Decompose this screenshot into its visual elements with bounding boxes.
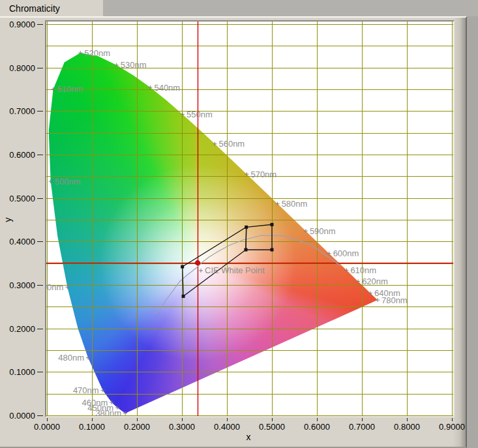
wavelength-tick-380nm [123,411,127,415]
y-axis-tick [37,24,43,25]
gamut-quad [183,227,246,296]
wavelength-tick-540nm [148,85,152,89]
wavelength-label-470nm: 470nm [73,385,99,395]
x-axis-tick [362,418,363,421]
white-point-label: CIE White Point [205,265,265,275]
chromaticity-window: Chromaticity 380nm450nm460nm470nm480nm49… [0,0,478,448]
x-axis-tick [452,418,453,421]
y-axis-tick-label: 0.4000 [4,237,35,246]
plot-overlay-svg: 380nm450nm460nm470nm480nm490nm500nm510nm… [46,22,453,416]
x-axis-tick [317,418,318,421]
y-axis-tick-label: 0.8000 [4,63,35,73]
wavelength-tick-520nm [78,51,82,55]
y-axis-tick [37,68,43,68]
wavelength-label-510nm: 510nm [57,84,83,94]
wavelength-tick-780nm [376,298,380,302]
wavelength-label-600nm: 600nm [333,248,359,258]
x-axis-tick [92,418,93,421]
x-axis-tick-label: 0.4000 [210,422,244,432]
x-axis-tick-label: 0.8000 [390,422,424,432]
y-axis-tick-label: 0.2000 [4,324,35,334]
y-axis-tick-label: 0.0000 [4,411,35,421]
x-axis-tick-label: 0.0000 [30,422,64,432]
wavelength-label-490nm: 490nm [46,282,63,292]
window-title-bar: Chromaticity [0,0,103,16]
wavelength-tick-620nm [356,279,360,283]
wavelength-label-550nm: 550nm [187,110,213,119]
wavelength-tick-490nm [65,285,69,289]
gamut-quad-vertex-marker [244,248,247,251]
wavelength-tick-570nm [245,172,248,176]
chromaticity-plot-frame: 380nm450nm460nm470nm480nm490nm500nm510nm… [45,20,455,417]
wavelength-tick-590nm [304,229,308,233]
x-axis-tick [137,418,138,421]
wavelength-tick-530nm [115,63,119,67]
wavelength-tick-550nm [181,112,185,116]
white-point-label-tick [199,269,203,273]
white-point-marker [196,260,200,265]
wavelength-tick-610nm [344,268,348,272]
wavelength-tick-480nm [86,356,90,360]
y-axis-tick [37,198,43,199]
x-axis-tick [47,418,48,421]
wavelength-label-460nm: 460nm [82,398,108,408]
x-axis-tick-label: 0.6000 [300,422,334,432]
gamut-quad-vertex-marker [271,223,274,226]
gamut-quad-vertex-marker [181,265,184,268]
x-axis-tick-label: 0.3000 [165,422,199,432]
y-axis-tick-label: 0.3000 [4,280,35,290]
x-axis-title: x [239,432,258,442]
gamut-quad-vertex-marker [245,226,248,229]
x-axis-tick [227,418,228,421]
wavelength-label-530nm: 530nm [121,60,147,70]
wavelength-label-540nm: 540nm [154,83,180,93]
x-axis-tick-label: 0.5000 [255,422,289,432]
gamut-quad [246,224,272,250]
x-axis-tick-label: 0.7000 [345,422,379,432]
y-axis-tick-label: 0.6000 [4,150,35,160]
wavelength-label-500nm: 500nm [55,177,81,187]
wavelength-label-610nm: 610nm [350,265,376,275]
y-axis-tick [37,372,43,372]
window-title: Chromaticity [0,0,103,17]
wavelength-label-620nm: 620nm [362,276,388,286]
wavelength-tick-470nm [101,388,105,392]
gamut-quad-vertex-marker [271,248,274,251]
wavelength-label-480nm: 480nm [58,353,84,363]
y-axis-tick [37,285,43,286]
x-axis-tick [182,418,183,421]
wavelength-label-580nm: 580nm [282,199,308,209]
x-axis-tick-label: 0.1000 [75,422,109,432]
y-axis-tick-label: 0.1000 [4,367,35,377]
wavelength-label-570nm: 570nm [250,170,276,179]
wavelength-tick-600nm [327,252,331,256]
wavelength-tick-560nm [213,142,217,146]
wavelength-tick-510nm [52,87,55,91]
x-axis-tick [407,418,408,421]
wavelength-label-560nm: 560nm [218,139,245,149]
wavelength-label-590nm: 590nm [310,226,336,236]
x-axis-tick [272,418,273,421]
y-axis-tick-label: 0.9000 [4,20,35,29]
panel-right-shading [453,18,466,447]
y-axis-tick [37,111,43,112]
x-axis-tick-label: 0.9000 [435,422,469,432]
gamut-quad-vertex-marker [182,295,185,298]
y-axis-tick-label: 0.5000 [4,194,35,203]
y-axis-tick [37,329,43,329]
y-axis-tick [37,415,43,416]
y-axis-tick [37,241,43,242]
y-axis-title: y [3,218,13,222]
window-right-edge [467,16,478,448]
wavelength-tick-640nm [368,291,372,295]
wavelength-tick-580nm [276,202,280,206]
y-axis-tick-label: 0.7000 [4,106,35,116]
y-axis-tick [37,155,43,155]
wavelength-label-520nm: 520nm [84,48,110,58]
x-axis-tick-label: 0.2000 [120,422,154,432]
wavelength-tick-500nm [49,179,53,183]
plot-canvas[interactable]: 380nm450nm460nm470nm480nm490nm500nm510nm… [46,22,453,416]
wavelength-label-780nm: 780nm [381,295,408,305]
